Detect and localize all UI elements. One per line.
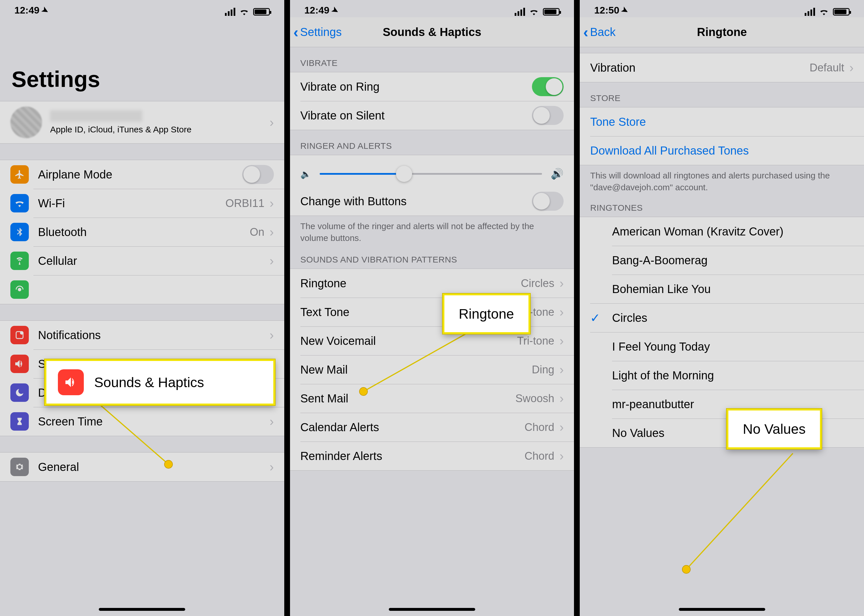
ringtone-item-label: No Values [612,427,854,440]
moon-icon [10,383,29,402]
nav-title: Ringtone [580,26,864,39]
screentime-row[interactable]: Screen Time › [0,407,284,436]
status-bar: 12:50 ➤ [580,0,864,17]
airplane-mode-row[interactable]: Airplane Mode [0,160,284,189]
text-tone-value: Tri-tone [517,306,554,318]
wifi-icon [239,8,249,15]
ringtone-item-label: Light of the Morning [612,369,854,382]
ringtone-item[interactable]: No Values [580,418,864,447]
reminder-alerts-row[interactable]: Reminder Alerts Chord › [290,442,574,470]
ringtone-item[interactable]: American Woman (Kravitz Cover) [580,217,864,246]
cellular-row[interactable]: Cellular › [0,247,284,275]
cellular-signal-icon [225,8,235,16]
sounds-label: Sounds & Haptics [38,358,269,371]
general-row[interactable]: General › [0,453,284,481]
sent-mail-row[interactable]: Sent Mail Swoosh › [290,384,574,413]
ringtone-item-label: Circles [612,311,854,324]
vibration-row[interactable]: Vibration Default › [580,53,864,82]
ringtone-screen: 12:50 ➤ ‹ Back Ringtone [580,0,864,616]
settings-screen: 12:49 ➤ Settings Apple ID, iClou [0,0,284,616]
chevron-right-icon: › [269,414,274,429]
vibrate-on-ring-label: Vibrate on Ring [301,80,532,93]
vibrate-on-silent-label: Vibrate on Silent [301,109,532,122]
chevron-right-icon: › [269,460,274,474]
status-time: 12:49 [304,5,329,16]
new-mail-value: Ding [532,363,554,376]
ringtone-item-label: I Feel Young Today [612,340,854,353]
chevron-right-icon: › [269,115,274,129]
wifi-label: Wi-Fi [38,197,225,210]
home-indicator[interactable] [99,608,185,611]
ringtone-item[interactable]: Light of the Morning [580,361,864,390]
sent-mail-label: Sent Mail [301,392,516,405]
text-tone-row[interactable]: Text Tone Tri-tone › [290,298,574,327]
vibrate-on-silent-row[interactable]: Vibrate on Silent [290,101,574,130]
tone-store-row[interactable]: Tone Store [580,107,864,136]
ringtone-item[interactable]: I Feel Young Today [580,332,864,361]
apple-id-row[interactable]: Apple ID, iCloud, iTunes & App Store › [0,101,284,143]
location-icon: ➤ [330,4,340,16]
ringer-volume-slider-row[interactable]: 🔈 🔊 [290,155,574,187]
chevron-right-icon: › [269,196,274,211]
wifi-row[interactable]: Wi-Fi ORBI11 › [0,189,284,218]
wifi-settings-icon [10,194,29,212]
change-with-buttons-row[interactable]: Change with Buttons [290,187,574,215]
ringtone-value: Circles [521,277,554,289]
cellular-label: Cellular [38,255,269,267]
change-with-buttons-toggle[interactable] [532,192,563,211]
notifications-row[interactable]: Notifications › [0,321,284,349]
notifications-icon [10,326,29,344]
new-voicemail-value: Tri-tone [517,335,554,347]
profile-subtitle: Apple ID, iCloud, iTunes & App Store [50,125,269,134]
patterns-header: SOUNDS AND VIBRATION PATTERNS [290,247,574,269]
ringtone-item-label: American Woman (Kravitz Cover) [612,225,854,238]
change-with-buttons-label: Change with Buttons [301,195,532,208]
tone-store-label: Tone Store [590,115,854,128]
vibration-label: Vibration [590,61,810,74]
nav-title: Sounds & Haptics [290,26,574,39]
dnd-row[interactable]: Do Not Disturb › [0,378,284,407]
chevron-right-icon: › [560,420,564,434]
gear-icon [10,458,29,476]
status-bar: 12:49 ➤ [0,0,284,17]
bluetooth-icon [10,223,29,241]
ringtone-item-selected[interactable]: ✓ Circles [580,303,864,332]
vibrate-on-ring-row[interactable]: Vibrate on Ring [290,72,574,101]
ringtone-item[interactable]: Bang-A-Boomerag [580,246,864,275]
vibration-value: Default [810,61,844,74]
vibrate-on-silent-toggle[interactable] [532,106,563,125]
bluetooth-value: On [250,226,264,238]
vibrate-on-ring-toggle[interactable] [532,77,563,96]
ringtone-row[interactable]: Ringtone Circles › [290,269,574,298]
ringer-volume-slider[interactable] [319,173,542,175]
calendar-alerts-row[interactable]: Calendar Alerts Chord › [290,413,574,442]
chevron-right-icon: › [269,357,274,371]
download-all-row[interactable]: Download All Purchased Tones [580,136,864,165]
home-indicator[interactable] [679,608,765,611]
sounds-haptics-row[interactable]: Sounds & Haptics › [0,349,284,378]
ringtone-item-label: Bohemian Like You [612,283,854,295]
status-time: 12:49 [14,5,39,16]
bluetooth-row[interactable]: Bluetooth On › [0,218,284,247]
ringer-alerts-header: RINGER AND ALERTS [290,130,574,155]
ringtone-item[interactable]: Bohemian Like You [580,275,864,303]
svg-point-1 [20,331,24,335]
checkmark-icon: ✓ [590,311,612,325]
new-mail-row[interactable]: New Mail Ding › [290,355,574,384]
ringtone-item[interactable]: mr-peanutbutter [580,390,864,418]
text-tone-label: Text Tone [301,306,517,319]
sounds-haptics-screen: 12:49 ➤ ‹ Settings Sounds & Haptics VIBR… [290,0,574,616]
location-icon: ➤ [620,4,630,16]
wifi-icon [819,8,829,15]
vibrate-header: VIBRATE [290,47,574,72]
new-voicemail-row[interactable]: New Voicemail Tri-tone › [290,327,574,355]
airplane-mode-toggle[interactable] [242,165,274,184]
avatar [10,107,42,138]
cellular-signal-icon [805,8,815,16]
chevron-right-icon: › [560,391,564,405]
calendar-alerts-value: Chord [524,421,554,434]
home-indicator[interactable] [389,608,475,611]
battery-icon [833,8,850,16]
wifi-icon [529,8,539,15]
hotspot-row[interactable] [0,275,284,304]
